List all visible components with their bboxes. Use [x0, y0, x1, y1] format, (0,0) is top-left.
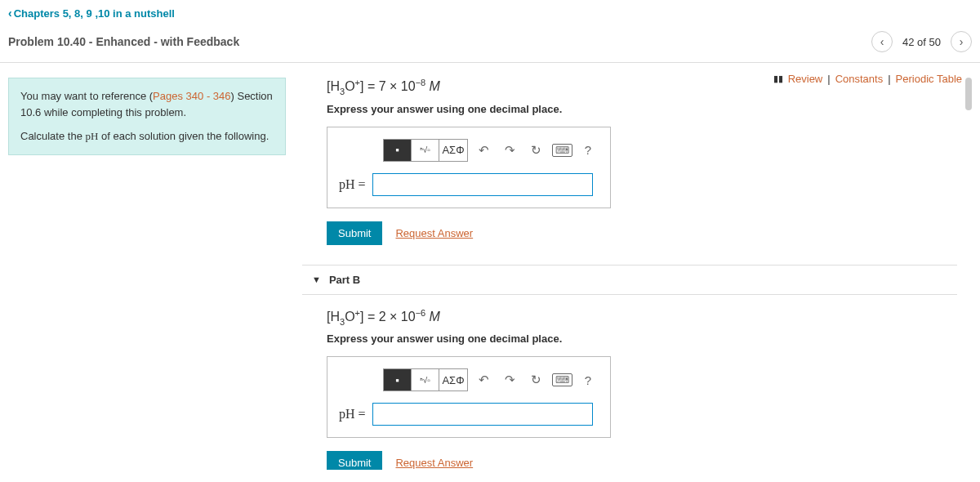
- reset-button[interactable]: ↻: [525, 140, 546, 161]
- answer-label-a: pH =: [339, 177, 366, 192]
- template-button[interactable]: ▪: [384, 369, 412, 391]
- part-b: ▼ Part B [H3O+] = 2 × 10−6 M Express you…: [302, 265, 957, 470]
- chevron-left-icon: ‹: [880, 35, 884, 48]
- page-counter: 42 of 50: [902, 36, 941, 48]
- equation-b: [H3O+] = 2 × 10−6 M: [327, 308, 957, 327]
- keyboard-button[interactable]: ⌨: [551, 369, 572, 391]
- redo-icon: ↷: [505, 373, 515, 387]
- root-button[interactable]: ⁿ√▫: [412, 140, 439, 161]
- help-button[interactable]: ?: [577, 369, 599, 391]
- problem-title: Problem 10.40 - Enhanced - with Feedback: [8, 35, 239, 48]
- help-button[interactable]: ?: [577, 140, 599, 161]
- keyboard-button[interactable]: ⌨: [551, 140, 572, 161]
- submit-button-b[interactable]: Submit: [327, 451, 382, 470]
- scrollbar[interactable]: [965, 78, 972, 110]
- instruction-b: Express your answer using one decimal pl…: [327, 332, 957, 345]
- chevron-left-icon: ‹: [8, 7, 12, 20]
- greek-button[interactable]: ΑΣΦ: [439, 140, 467, 161]
- reset-button[interactable]: ↻: [525, 369, 546, 391]
- request-answer-a[interactable]: Request Answer: [395, 227, 473, 239]
- undo-icon: ↶: [479, 143, 489, 158]
- reset-icon: ↻: [531, 373, 541, 387]
- submit-button-a[interactable]: Submit: [327, 221, 382, 245]
- keyboard-icon: ⌨: [552, 144, 572, 157]
- redo-button[interactable]: ↷: [499, 140, 520, 161]
- pages-link[interactable]: Pages 340 - 346: [153, 90, 230, 102]
- periodic-table-link[interactable]: Periodic Table: [896, 73, 962, 85]
- greek-button[interactable]: ΑΣΦ: [439, 369, 467, 391]
- constants-link[interactable]: Constants: [835, 73, 884, 85]
- review-link[interactable]: Review: [788, 73, 823, 85]
- root-icon: ⁿ√▫: [420, 145, 430, 154]
- answer-box-b: ▪ ⁿ√▫ ΑΣΦ ↶ ↷ ↻ ⌨ ? pH =: [327, 356, 611, 438]
- answer-input-b[interactable]: [372, 403, 593, 426]
- chevron-right-icon: ›: [960, 35, 964, 48]
- undo-button[interactable]: ↶: [473, 140, 494, 161]
- redo-icon: ↷: [505, 143, 515, 158]
- part-b-header[interactable]: ▼ Part B: [302, 265, 957, 295]
- top-links: ▮▮ Review | Constants | Periodic Table: [773, 73, 962, 85]
- hint-box: You may want to reference (Pages 340 - 3…: [8, 78, 286, 155]
- undo-button[interactable]: ↶: [473, 369, 494, 391]
- request-answer-b[interactable]: Request Answer: [395, 457, 473, 469]
- answer-label-b: pH =: [339, 407, 366, 422]
- book-icon: ▮▮: [773, 74, 783, 84]
- answer-input-a[interactable]: [372, 173, 593, 196]
- redo-button[interactable]: ↷: [499, 369, 520, 391]
- reset-icon: ↻: [531, 143, 541, 158]
- template-button[interactable]: ▪: [384, 140, 412, 161]
- template-icon: ▪: [395, 144, 399, 156]
- undo-icon: ↶: [479, 373, 489, 387]
- part-a: [H3O+] = 7 × 10−8 M Express your answer …: [302, 78, 957, 245]
- back-link[interactable]: ‹ Chapters 5, 8, 9 ,10 in a nutshell: [8, 7, 972, 20]
- keyboard-icon: ⌨: [552, 373, 572, 386]
- template-icon: ▪: [395, 374, 399, 386]
- root-icon: ⁿ√▫: [420, 376, 430, 385]
- instruction-a: Express your answer using one decimal pl…: [327, 103, 957, 115]
- prev-button[interactable]: ‹: [871, 31, 893, 52]
- root-button[interactable]: ⁿ√▫: [412, 369, 439, 391]
- caret-down-icon: ▼: [312, 274, 321, 284]
- next-button[interactable]: ›: [951, 31, 972, 52]
- back-text: Chapters 5, 8, 9 ,10 in a nutshell: [14, 7, 175, 20]
- answer-box-a: ▪ ⁿ√▫ ΑΣΦ ↶ ↷ ↻ ⌨ ? pH =: [327, 127, 611, 208]
